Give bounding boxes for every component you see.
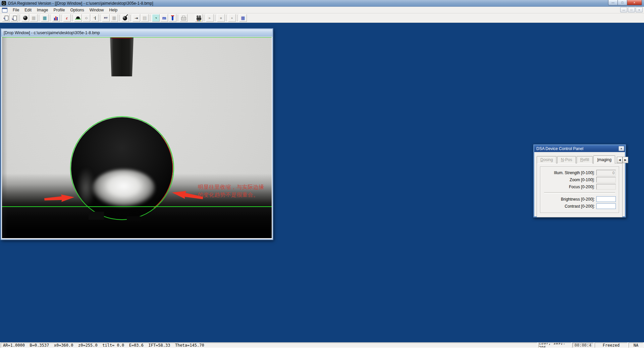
stop-button[interactable]: ■: [217, 14, 225, 22]
tab-refill[interactable]: Refill: [577, 156, 593, 163]
drop-window-title: [Drop Window] - c:\users\jaime\desktop\3…: [4, 30, 100, 35]
print-button[interactable]: [180, 14, 187, 22]
illum-strength-label: Illum. Strength [0-100]:: [543, 170, 595, 175]
chart-button[interactable]: [52, 14, 60, 22]
drop-image[interactable]: 明显往里收缩，与实际边缘 的变化趋势不是很重合。: [2, 37, 272, 238]
mdi-minimize-button[interactable]: —: [620, 7, 627, 12]
panel-close-icon: ×: [621, 147, 622, 150]
tangent-icon: ·|: [94, 16, 96, 20]
toolbar-separator: [226, 15, 227, 21]
drop-tangent-button[interactable]: [121, 14, 129, 22]
sessile-drop-icon: [75, 16, 81, 19]
video-capture-button[interactable]: [195, 14, 203, 22]
timer-panel: 00:00:4: [572, 343, 594, 348]
field-row: Focus [0-200]:: [543, 184, 616, 190]
status-bar: AR=1.0000 B=0.3537 x0=360.0 z0=255.0 til…: [0, 342, 644, 348]
mdi-document-icon[interactable]: [2, 8, 7, 12]
thermometer-button[interactable]: [169, 14, 176, 22]
menu-edit[interactable]: Edit: [22, 7, 34, 13]
close-icon: ×: [634, 1, 635, 4]
mdi-client-area: [Drop Window] - c:\users\jaime\desktop\3…: [0, 23, 644, 342]
toolbar-separator: [150, 15, 151, 21]
magnification-icon: m: [162, 16, 166, 20]
mdi-close-button[interactable]: ×: [636, 7, 643, 12]
zoom-input[interactable]: [596, 177, 616, 183]
tangent-fit-button[interactable]: ·|: [91, 14, 99, 22]
contrast-label: Contrast [0-200]:: [543, 204, 595, 209]
menu-options[interactable]: Options: [67, 7, 87, 13]
dosing-pump-icon: ▤: [143, 16, 147, 20]
toolbar-separator: [39, 15, 40, 21]
circle-gap-patch: [127, 216, 142, 221]
extract-profile-button[interactable]: ▦: [30, 14, 38, 22]
panel-title-bar[interactable]: DSA Device Control Panel ×: [534, 145, 625, 152]
needle-position-button[interactable]: ⇥: [132, 14, 140, 22]
menu-window[interactable]: Window: [87, 7, 107, 13]
save-profile-icon: ↳: [12, 15, 17, 20]
imaging-tab-page: Illum. Strength [0-100]: Zoom [0-100]: F…: [537, 163, 623, 217]
load-profile-button[interactable]: ↰: [2, 14, 10, 22]
tab-scroll-left-button[interactable]: ◀: [617, 157, 623, 163]
film-frames-button[interactable]: ▦: [239, 14, 247, 22]
toolbar-separator: [178, 15, 178, 21]
menu-image[interactable]: Image: [34, 7, 51, 13]
field-row: Zoom [0-100]:: [543, 177, 616, 183]
minimize-button[interactable]: —: [608, 0, 618, 5]
save-profile-button[interactable]: ↳: [10, 14, 18, 22]
menu-file[interactable]: File: [10, 7, 22, 13]
mdi-child-controls: — □ ×: [620, 7, 643, 12]
brightness-label: Brightness [0-200]:: [543, 197, 595, 202]
contrast-input[interactable]: [596, 203, 616, 209]
tab-imaging[interactable]: Imaging: [593, 155, 615, 164]
grab-image-button[interactable]: [21, 14, 29, 22]
window-controls: — □ ×: [608, 0, 642, 5]
arrow-right-icon: ▶: [625, 158, 627, 161]
timer-button[interactable]: ◔: [152, 14, 160, 22]
drop-window-title-bar[interactable]: [Drop Window] - c:\users\jaime\desktop\3…: [1, 29, 272, 37]
fitted-circle-overlay: [70, 116, 174, 220]
panel-close-button[interactable]: ×: [619, 146, 624, 151]
device-control-panel: DSA Device Control Panel × Dosing N-Pos …: [533, 144, 626, 218]
tab-scroll-buttons: ◀ ▶: [617, 157, 628, 163]
fit-method-button[interactable]: FIT: [102, 14, 110, 22]
tab-dosing[interactable]: Dosing: [537, 156, 556, 163]
cursor-position-panel: [267, 189]: 206: [538, 343, 571, 348]
field-row: Illum. Strength [0-100]:: [543, 170, 616, 176]
tab-scroll-right-button[interactable]: ▶: [623, 157, 628, 163]
toolbar-separator: [19, 15, 20, 21]
mdi-restore-button[interactable]: □: [628, 7, 635, 12]
bar-chart-icon: [54, 16, 58, 20]
brightness-input[interactable]: [596, 196, 616, 202]
circle-fit-button[interactable]: ○: [83, 14, 90, 22]
record-button[interactable]: ●: [228, 14, 236, 22]
dosing-pump-button[interactable]: ▤: [141, 14, 149, 22]
title-bar[interactable]: DSA Registered Version - [[Drop Window] …: [0, 0, 644, 7]
mdi-restore-icon: □: [631, 8, 632, 11]
close-button[interactable]: ×: [627, 0, 642, 5]
menu-profile[interactable]: Profile: [51, 7, 67, 13]
maximize-button[interactable]: □: [618, 0, 627, 5]
measurement-results: AR=1.0000 B=0.3537 x0=360.0 z0=255.0 til…: [1, 343, 537, 348]
baseline-overlay: [2, 206, 272, 207]
fit-label-icon: FIT: [104, 17, 108, 19]
mdi-minimize-icon: —: [623, 8, 625, 11]
panel-title: DSA Device Control Panel: [536, 146, 583, 151]
tab-n-pos[interactable]: N-Pos: [557, 156, 576, 163]
printer-icon: [181, 17, 186, 20]
focus-input[interactable]: [596, 184, 616, 190]
epsilon-icon: ε: [66, 16, 68, 20]
annotation-line-1: 明显往里收缩，与实际边缘: [198, 183, 270, 191]
epsilon-analysis-button[interactable]: ε: [63, 14, 71, 22]
film-frames-icon: ▦: [241, 16, 245, 20]
magnification-button[interactable]: m: [160, 14, 168, 22]
capture-state-panel: Freezed: [595, 343, 628, 348]
play-button[interactable]: ►: [206, 14, 214, 22]
movie-camera-icon: [197, 17, 201, 20]
results-table-icon: ▦: [43, 16, 47, 20]
fit-image-button[interactable]: ▦: [110, 14, 118, 22]
results-table-button[interactable]: ▦: [41, 14, 49, 22]
menu-help[interactable]: Help: [106, 7, 120, 13]
toolbar-separator: [72, 15, 73, 21]
illum-strength-input[interactable]: [596, 170, 616, 176]
sessile-drop-button[interactable]: [74, 14, 82, 22]
